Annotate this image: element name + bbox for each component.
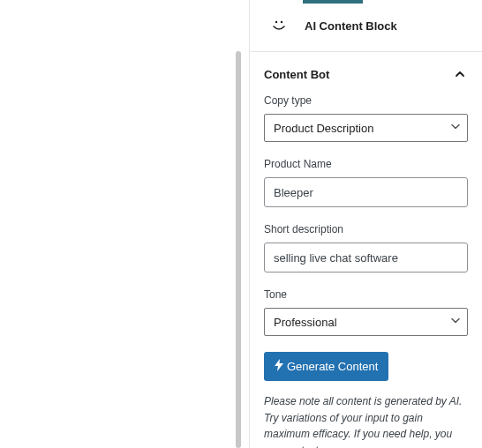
generate-content-button[interactable]: Generate Content: [264, 352, 388, 381]
editor-canvas: [0, 0, 233, 448]
panel-toggle-content-bot[interactable]: Content Bot: [250, 52, 482, 94]
bolt-icon: [275, 359, 283, 374]
copy-type-label: Copy type: [264, 94, 468, 107]
smiley-icon: [269, 16, 289, 35]
product-name-input[interactable]: [264, 177, 468, 207]
block-title: AI Content Block: [305, 19, 397, 33]
short-description-input[interactable]: [264, 243, 468, 273]
product-name-label: Product Name: [264, 158, 468, 170]
panel-body: Copy type Product Name Short description…: [250, 94, 482, 448]
field-product-name: Product Name: [264, 158, 468, 207]
chevron-up-icon: [452, 66, 468, 82]
tone-label: Tone: [264, 288, 468, 301]
panel-title: Content Bot: [264, 68, 329, 81]
generate-button-label: Generate Content: [287, 360, 378, 373]
tone-select[interactable]: [264, 308, 468, 336]
field-tone: Tone: [264, 288, 468, 336]
short-description-label: Short description: [264, 223, 468, 235]
copy-type-select[interactable]: [264, 114, 468, 142]
svg-point-1: [281, 21, 282, 23]
block-header: AI Content Block: [250, 4, 482, 52]
svg-point-0: [275, 21, 277, 23]
disclaimer-note: Please note all content is generated by …: [264, 393, 468, 448]
settings-sidebar: AI Content Block Content Bot Copy type P…: [249, 0, 482, 448]
field-short-description: Short description: [264, 223, 468, 273]
scrollbar-thumb[interactable]: [236, 51, 241, 448]
field-copy-type: Copy type: [264, 94, 468, 142]
